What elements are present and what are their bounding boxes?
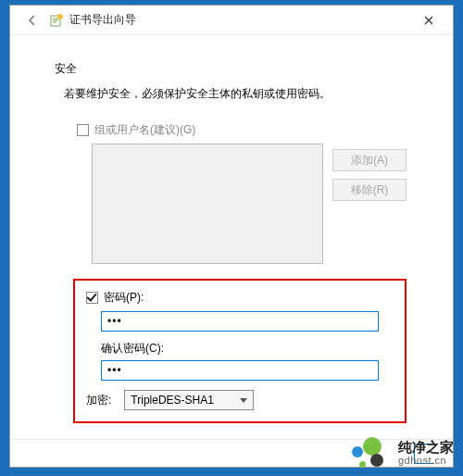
window-title: 证书导出向导	[69, 12, 136, 28]
encryption-label: 加密:	[86, 393, 111, 408]
wizard-icon	[49, 13, 64, 28]
watermark-url: gdhost.cn	[398, 455, 454, 466]
remove-button: 移除(R)	[332, 179, 407, 201]
svg-point-1	[57, 14, 63, 19]
password-label: 密码(P):	[104, 290, 144, 306]
section-heading: 安全	[55, 61, 416, 77]
close-button[interactable]	[408, 6, 449, 34]
add-button: 添加(A)	[332, 149, 407, 171]
watermark-name: 纯净之家	[398, 440, 454, 456]
password-checkbox[interactable]	[86, 292, 98, 304]
group-checkbox[interactable]	[77, 124, 89, 136]
watermark-logo-icon	[350, 435, 391, 470]
back-button[interactable]	[23, 11, 42, 30]
section-description: 若要维护安全，必须保护安全主体的私钥或使用密码。	[64, 86, 416, 102]
confirm-password-label: 确认密码(C):	[101, 341, 394, 357]
password-input[interactable]	[101, 311, 379, 332]
confirm-password-input[interactable]	[101, 360, 379, 381]
watermark: 纯净之家 gdhost.cn	[350, 435, 454, 470]
password-section-highlight: 密码(P): 确认密码(C): 加密: TripleDES-SHA1	[73, 279, 407, 423]
principals-listbox[interactable]	[92, 144, 323, 264]
encryption-select[interactable]: TripleDES-SHA1	[124, 390, 254, 410]
titlebar: 证书导出向导	[10, 6, 453, 35]
content-area: 安全 若要维护安全，必须保护安全主体的私钥或使用密码。 组或用户名(建议)(G)…	[10, 35, 453, 467]
encryption-selected-value: TripleDES-SHA1	[131, 394, 214, 407]
group-checkbox-label: 组或用户名(建议)(G)	[94, 122, 195, 138]
wizard-window: 证书导出向导 安全 若要维护安全，必须保护安全主体的私钥或使用密码。 组或用户名…	[9, 5, 454, 468]
